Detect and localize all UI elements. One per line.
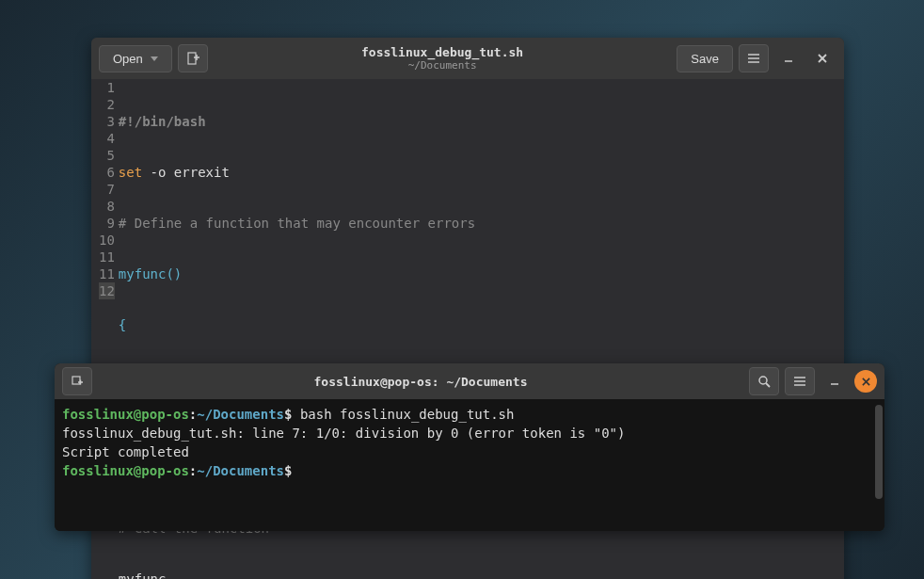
tok-opts: -o errexit <box>142 165 230 180</box>
terminal-window: fosslinux@pop-os: ~/Documents <box>55 363 884 531</box>
tok-set: set <box>119 165 142 180</box>
gutter-num: 5 <box>99 147 115 164</box>
gutter-num: 6 <box>99 164 115 181</box>
tok-parens: () <box>166 266 182 281</box>
minimize-icon <box>784 54 793 63</box>
new-document-icon <box>186 52 199 65</box>
minimize-icon <box>830 377 839 386</box>
editor-titlebar: Open fosslinux_debug_tut.sh ~/Documents … <box>91 38 844 79</box>
gutter-num: 10 <box>99 232 115 249</box>
prompt-dollar: $ <box>284 463 292 478</box>
terminal-content[interactable]: fosslinux@pop-os:~/Documents$ bash fossl… <box>55 399 884 531</box>
tok-func: myfunc <box>119 266 167 281</box>
scrollbar[interactable] <box>875 405 883 499</box>
svg-point-12 <box>759 377 767 384</box>
gutter-num: 4 <box>99 130 115 147</box>
svg-rect-0 <box>188 53 196 64</box>
gutter-num: 8 <box>99 198 115 215</box>
svg-line-13 <box>766 383 770 387</box>
save-button[interactable]: Save <box>677 45 733 72</box>
term-output: Script completed <box>62 444 189 459</box>
code-line-1: #!/bin/bash <box>119 113 836 130</box>
term-command: bash fosslinux_debug_tut.sh <box>292 407 514 422</box>
new-document-button[interactable] <box>178 44 208 72</box>
minimize-button[interactable] <box>774 44 803 72</box>
svg-rect-9 <box>72 377 80 384</box>
code-line-10: myfunc <box>119 571 836 579</box>
gutter-num: 9 <box>99 215 115 232</box>
close-icon <box>818 54 827 63</box>
terminal-menu-button[interactable] <box>785 367 815 395</box>
hamburger-icon <box>747 53 760 64</box>
code-line-4: myfunc() <box>119 265 836 282</box>
prompt-path: ~/Documents <box>197 407 284 422</box>
term-output: fosslinux_debug_tut.sh: line 7: 1/0: div… <box>62 426 625 441</box>
prompt-path: ~/Documents <box>197 463 284 478</box>
terminal-minimize-button[interactable] <box>820 367 849 395</box>
open-button[interactable]: Open <box>99 45 172 72</box>
open-label: Open <box>113 52 143 66</box>
tok-brace: { <box>119 317 126 332</box>
window-path: ~/Documents <box>214 59 672 72</box>
tok-call: myfunc <box>119 571 167 579</box>
search-icon <box>757 375 771 388</box>
terminal-close-button[interactable] <box>854 370 877 393</box>
new-tab-button[interactable] <box>62 367 92 395</box>
gutter-num: 1 <box>99 79 115 96</box>
close-button[interactable] <box>808 44 836 72</box>
search-button[interactable] <box>749 367 779 395</box>
gutter-num: 2 <box>99 96 115 113</box>
gutter-num: 11 <box>99 249 115 265</box>
code-line-2: set -o errexit <box>119 164 836 181</box>
gutter-num: 11 <box>99 265 115 282</box>
terminal-titlebar: fosslinux@pop-os: ~/Documents <box>55 363 884 399</box>
chevron-down-icon <box>151 56 158 61</box>
close-icon <box>862 378 870 386</box>
prompt-user: fosslinux@pop-os <box>62 407 189 422</box>
hamburger-icon <box>793 376 806 387</box>
gutter-num: 3 <box>99 113 115 130</box>
code-line-5: { <box>119 316 836 333</box>
gutter-num: 12 <box>99 282 115 299</box>
menu-button[interactable] <box>739 44 769 72</box>
code-line-3: # Define a function that may encounter e… <box>119 215 836 232</box>
window-filename: fosslinux_debug_tut.sh <box>214 45 672 59</box>
tok-comment: # Define a function that may encounter e… <box>119 216 475 231</box>
new-tab-icon <box>71 375 84 388</box>
shebang: #!/bin/bash <box>119 114 206 129</box>
terminal-title: fosslinux@pop-os: ~/Documents <box>98 375 743 389</box>
gutter-num: 7 <box>99 181 115 198</box>
prompt-user: fosslinux@pop-os <box>62 463 189 478</box>
title-center: fosslinux_debug_tut.sh ~/Documents <box>214 45 672 72</box>
